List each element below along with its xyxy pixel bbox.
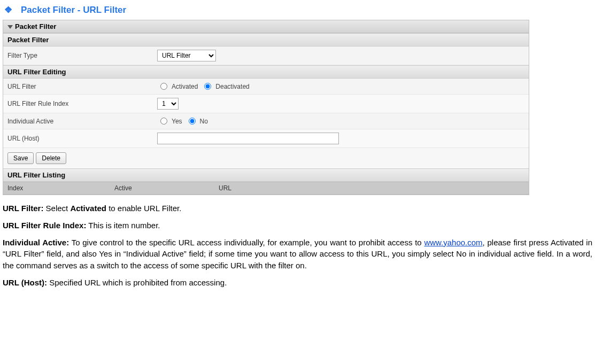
url-host-input[interactable] [157, 133, 339, 144]
filter-type-label: Filter Type [7, 52, 157, 59]
listing-col-index: Index [3, 182, 110, 194]
filter-type-select[interactable]: URL Filter [157, 50, 216, 61]
rule-index-label: URL Filter Rule Index [7, 100, 157, 107]
desc-individual-bold: Individual Active: [3, 238, 69, 247]
rule-index-select[interactable]: 1 [157, 98, 179, 110]
listing-header-row: Index Active URL [3, 182, 529, 195]
listing-col-url: URL [214, 182, 529, 194]
filter-type-row: Filter Type URL Filter [3, 47, 529, 65]
yes-label: Yes [172, 118, 182, 125]
description-block: URL Filter: Select Activated to enable U… [3, 203, 592, 289]
no-label: No [200, 118, 208, 125]
url-filter-row: URL Filter Activated Deactivated [3, 79, 529, 95]
url-host-row: URL (Host) [3, 129, 529, 148]
individual-active-row: Individual Active Yes No [3, 113, 529, 129]
activated-label: Activated [172, 83, 198, 90]
page-title-text: Packet Filter - URL Filter [21, 5, 126, 15]
desc-url-host-bold: URL (Host): [3, 278, 47, 287]
section-packet-filter: Packet Filter [3, 33, 529, 47]
url-filter-activated-radio[interactable] [160, 83, 167, 90]
deactivated-label: Deactivated [215, 83, 249, 90]
url-filter-label: URL Filter [7, 83, 157, 90]
listing-col-active: Active [110, 182, 214, 194]
panel-header[interactable]: Packet Filter [3, 20, 529, 33]
delete-button[interactable]: Delete [36, 152, 66, 164]
save-button[interactable]: Save [7, 152, 34, 164]
desc-rule-index: URL Filter Rule Index: This is item numb… [3, 220, 592, 231]
desc-individual-active: Individual Active: To give control to th… [3, 237, 592, 272]
bullet-diamond-icon: ❖ [4, 5, 12, 15]
url-filter-deactivated-radio[interactable] [204, 83, 211, 90]
individual-active-label: Individual Active [7, 118, 157, 125]
panel-header-label: Packet Filter [15, 22, 56, 30]
button-row: Save Delete [3, 148, 529, 168]
individual-yes-radio[interactable] [160, 118, 167, 125]
desc-rule-index-bold: URL Filter Rule Index: [3, 221, 86, 230]
url-host-label: URL (Host) [7, 135, 157, 142]
page-title: ❖Packet Filter - URL Filter [0, 0, 595, 20]
section-url-filter-editing: URL Filter Editing [3, 65, 529, 79]
desc-url-host: URL (Host): Specified URL which is prohi… [3, 277, 592, 289]
packet-filter-panel: Packet Filter Packet Filter Filter Type … [3, 20, 529, 195]
yahoo-link[interactable]: www.yahoo.com [424, 238, 482, 247]
desc-url-filter-bold: URL Filter: [3, 204, 43, 213]
rule-index-row: URL Filter Rule Index 1 [3, 95, 529, 113]
individual-no-radio[interactable] [189, 118, 196, 125]
section-url-filter-listing: URL Filter Listing [3, 168, 529, 182]
desc-url-filter: URL Filter: Select Activated to enable U… [3, 203, 592, 214]
collapse-triangle-icon [7, 25, 13, 29]
